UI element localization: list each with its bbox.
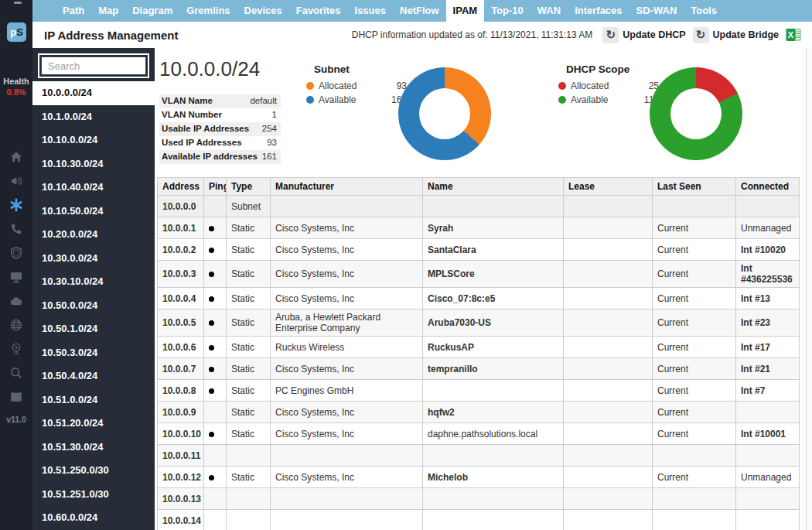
subnet-item[interactable]: 10.51.250.0/30 — [32, 459, 155, 483]
search-icon[interactable] — [9, 366, 23, 380]
column-header-address[interactable]: Address — [158, 178, 204, 196]
cell-address[interactable]: 10.0.0.2 — [158, 239, 204, 261]
nav-item-top-10[interactable]: Top-10 — [484, 0, 531, 22]
excel-export-icon[interactable]: X — [786, 27, 801, 43]
cell-address[interactable]: 10.0.0.8 — [158, 380, 204, 402]
cell-address[interactable]: 10.0.0.12 — [158, 467, 204, 488]
cell-connected[interactable]: Int #23 — [736, 309, 800, 337]
shield-icon[interactable] — [9, 246, 23, 260]
cell-connected[interactable]: Int #10020 — [736, 239, 800, 261]
globe-icon[interactable] — [9, 318, 23, 332]
subnet-item[interactable]: 10.51.30.0/24 — [32, 436, 155, 460]
cell-name[interactable]: Syrah — [423, 217, 564, 239]
subnet-item[interactable]: 10.50.0.0/24 — [32, 294, 155, 318]
nav-item-netflow[interactable]: NetFlow — [393, 0, 446, 22]
cell-address[interactable]: 10.0.0.3 — [158, 261, 204, 288]
subnet-item[interactable]: 10.30.0.0/24 — [32, 247, 155, 271]
refresh-icon: ↻ — [693, 27, 709, 43]
nav-item-interfaces[interactable]: Interfaces — [568, 0, 629, 22]
subnet-item[interactable]: 10.0.0.0/24 — [32, 81, 155, 105]
nav-item-path[interactable]: Path — [56, 0, 91, 22]
column-header-ping[interactable]: Ping — [204, 178, 227, 196]
update-bridge-button[interactable]: ↻ Update Bridge — [693, 27, 779, 43]
nav-item-favorites[interactable]: Favorites — [289, 0, 348, 22]
menu-dash-icon[interactable] — [14, 2, 22, 4]
cell-name[interactable]: Cisco_07:8c:e5 — [423, 288, 564, 309]
subnet-item[interactable]: 10.10.40.0/24 — [32, 176, 155, 200]
location-pin-icon[interactable] — [9, 342, 23, 356]
dhcp-chart-legend: DHCP ScopeAllocated25Available116 — [558, 63, 659, 108]
cell-address[interactable]: 10.0.0.13 — [158, 488, 204, 510]
cell-connected[interactable]: Int #13 — [736, 288, 800, 309]
cell-name[interactable]: RuckusAP — [423, 337, 564, 358]
cell-address[interactable]: 10.0.0.7 — [158, 358, 204, 380]
cell-address[interactable]: 10.0.0.1 — [158, 217, 204, 239]
phone-icon[interactable] — [9, 222, 23, 236]
app-logo[interactable]: pS — [7, 22, 26, 42]
cell-name[interactable]: hqfw2 — [423, 402, 564, 423]
cell-address[interactable]: 10.0.0.10 — [158, 423, 204, 445]
cell-manufacturer: Cisco Systems, Inc — [271, 239, 423, 261]
home-icon[interactable] — [9, 150, 23, 164]
subnet-item[interactable]: 10.10.30.0/24 — [32, 152, 155, 176]
cell-connected[interactable]: Int #436225536 — [736, 261, 800, 288]
cell-last-seen — [653, 445, 736, 467]
cell-address[interactable]: 10.0.0.4 — [158, 288, 204, 309]
cell-name[interactable]: Michelob — [423, 467, 564, 488]
cell-name[interactable]: SantaClara — [423, 239, 564, 261]
cell-address[interactable]: 10.0.0.9 — [158, 402, 204, 423]
nav-item-tools[interactable]: Tools — [684, 0, 724, 22]
subnet-item[interactable]: 10.60.0.0/24 — [32, 506, 155, 530]
subnet-item[interactable]: 10.51.0.0/24 — [32, 388, 155, 412]
cell-manufacturer: PC Engines GmbH — [271, 380, 423, 402]
nav-item-devices[interactable]: Devices — [237, 0, 289, 22]
cell-address[interactable]: 10.0.0.5 — [158, 309, 204, 337]
cloud-icon[interactable] — [9, 294, 23, 308]
subnet-item[interactable]: 10.50.4.0/24 — [32, 364, 155, 388]
cell-connected[interactable]: Int #7 — [736, 380, 800, 402]
subnet-item[interactable]: 10.20.0.0/24 — [32, 223, 155, 247]
subnet-item[interactable]: 10.10.50.0/24 — [32, 200, 155, 224]
subnet-item[interactable]: 10.50.1.0/24 — [32, 317, 155, 341]
cell-address[interactable]: 10.0.0.6 — [158, 337, 204, 358]
subnet-item[interactable]: 10.10.0.0/24 — [32, 128, 155, 152]
column-header-last-seen[interactable]: Last Seen — [653, 178, 736, 196]
column-header-manufacturer[interactable]: Manufacturer — [271, 178, 423, 196]
cell-address[interactable]: 10.0.0.11 — [158, 445, 204, 467]
vertical-scrollbar[interactable] — [806, 48, 812, 530]
nav-item-sd-wan[interactable]: SD-WAN — [629, 0, 684, 22]
cell-address: 10.0.0.0 — [158, 196, 204, 217]
cell-name[interactable]: tempranillo — [423, 358, 564, 380]
search-input[interactable] — [41, 56, 146, 75]
column-header-connected[interactable]: Connected — [736, 178, 800, 196]
cell-name[interactable]: MPLSCore — [423, 261, 564, 288]
column-header-type[interactable]: Type — [227, 178, 271, 196]
nav-item-gremlins[interactable]: Gremlins — [179, 0, 237, 22]
megaphone-icon[interactable] — [9, 174, 23, 188]
update-dhcp-button[interactable]: ↻ Update DHCP — [602, 27, 685, 43]
subnet-item[interactable]: 10.51.20.0/24 — [32, 412, 155, 436]
subnet-item[interactable]: 10.1.0.0/24 — [32, 105, 155, 129]
column-header-lease[interactable]: Lease — [564, 178, 653, 196]
nav-item-diagram[interactable]: Diagram — [125, 0, 179, 22]
cell-connected[interactable]: Int #17 — [736, 337, 800, 358]
nav-item-issues[interactable]: Issues — [348, 0, 393, 22]
cell-connected[interactable]: Int #10001 — [736, 423, 800, 445]
subnet-item[interactable]: 10.30.10.0/24 — [32, 270, 155, 294]
column-header-name[interactable]: Name — [423, 178, 564, 196]
ping-dot-icon — [209, 432, 214, 437]
asterisk-icon[interactable] — [9, 198, 23, 212]
cell-address[interactable]: 10.0.0.14 — [158, 510, 204, 530]
subnet-item[interactable]: 10.51.251.0/30 — [32, 483, 155, 507]
subnet-item[interactable]: 10.50.3.0/24 — [32, 341, 155, 365]
health-label: Health — [0, 77, 32, 86]
health-indicator[interactable]: Health 0.8% — [0, 77, 32, 97]
cell-last-seen: Current — [653, 309, 736, 337]
monitor-icon[interactable] — [9, 270, 23, 284]
cell-connected[interactable]: Int #21 — [736, 358, 800, 380]
nav-item-wan[interactable]: WAN — [531, 0, 568, 22]
nav-item-map[interactable]: Map — [91, 0, 125, 22]
nav-item-ipam[interactable]: IPAM — [446, 0, 485, 22]
book-icon[interactable] — [9, 390, 23, 404]
cell-name[interactable]: Aruba7030-US — [423, 309, 564, 337]
